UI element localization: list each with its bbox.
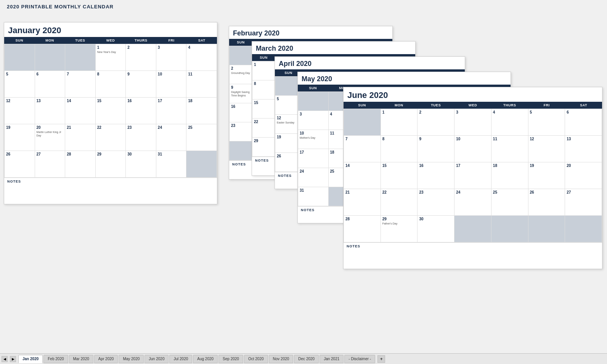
may-title: May 2020: [298, 72, 511, 85]
cal-day: 8: [96, 71, 126, 98]
tab-aug2020[interactable]: Aug 2020: [193, 355, 218, 363]
calendar-june: June 2020 SUN MON TUES WED THURS FRI SAT…: [343, 87, 602, 269]
tab-jan2020[interactable]: Jan 2020: [18, 355, 43, 363]
cal-day: 14: [65, 98, 96, 124]
tab-jun2020[interactable]: Jun 2020: [145, 355, 169, 363]
header-mon: MON: [35, 37, 65, 44]
cal-day: 18: [186, 98, 217, 124]
cal-day: 29: [96, 151, 126, 178]
page-title: 2020 PRINTABLE MONTHLY CALENDAR: [0, 0, 607, 11]
cal-day: 16: [126, 98, 156, 124]
cal-day: 23: [126, 124, 156, 151]
january-header: SUN MON TUES WED THURS FRI SAT: [4, 37, 217, 44]
header-fri: FRI: [156, 37, 187, 44]
cal-day: 10: [156, 71, 187, 98]
main-container: 2020 PRINTABLE MONTHLY CALENDAR January …: [0, 0, 607, 364]
tab-dec2020[interactable]: Dec 2020: [294, 355, 319, 363]
april-title: April 2020: [275, 57, 465, 69]
cal-day: 3: [156, 44, 187, 71]
tab-disclaimer[interactable]: - Disclaimer -: [344, 355, 375, 363]
january-notes: NOTES: [4, 178, 217, 185]
cal-day: [186, 151, 217, 178]
cal-day: 19: [5, 124, 35, 151]
cal-day: 2: [126, 44, 156, 71]
cal-day: 26: [5, 151, 35, 178]
calendar-january: January 2020 SUN MON TUES WED THURS FRI …: [4, 22, 217, 204]
cal-day: 30: [126, 151, 156, 178]
january-grid: 1New Year's Day 2 3 4 5 6 7 8 9 10 11 12…: [4, 44, 217, 178]
tab-nov2020[interactable]: Nov 2020: [269, 355, 294, 363]
march-title: March 2020: [252, 42, 415, 54]
cal-day: 27: [35, 151, 66, 178]
cal-day: 6: [35, 71, 66, 98]
cal-day: 1New Year's Day: [96, 44, 126, 71]
tab-sep2020[interactable]: Sep 2020: [218, 355, 243, 363]
june-notes: NOTES: [344, 242, 602, 250]
june-grid: 1 2 3 4 5 6 7 8 9 10 11 12 13 14 15 16 1…: [344, 109, 602, 242]
cal-day: 22: [96, 124, 126, 151]
cal-day: 13: [35, 98, 66, 124]
cal-day: 5: [5, 71, 35, 98]
tab-mar2020[interactable]: Mar 2020: [69, 355, 93, 363]
cal-day: 31: [156, 151, 187, 178]
header-thu: THURS: [126, 37, 156, 44]
header-tue: TUES: [65, 37, 95, 44]
header-wed: WED: [95, 37, 126, 44]
tab-may2020[interactable]: May 2020: [119, 355, 144, 363]
cal-day: 7: [65, 71, 96, 98]
cal-day: 20Martin Luther King Jr Day: [35, 124, 66, 151]
tab-jul2020[interactable]: Jul 2020: [169, 355, 192, 363]
tab-add-button[interactable]: +: [377, 355, 385, 363]
cal-day: 15: [96, 98, 126, 124]
june-header: SUN MON TUES WED THURS FRI SAT: [344, 102, 602, 109]
tab-next-button[interactable]: ▶: [10, 356, 16, 362]
tab-oct2020[interactable]: Oct 2020: [244, 355, 268, 363]
january-title: January 2020: [4, 22, 217, 37]
tab-bar: ◀ ▶ Jan 2020 Feb 2020 Mar 2020 Apr 2020 …: [0, 353, 607, 364]
cal-day: 24: [156, 124, 187, 151]
tab-jan2021[interactable]: Jan 2021: [320, 355, 344, 363]
cal-day: 11: [186, 71, 217, 98]
june-title: June 2020: [344, 87, 602, 102]
header-sun: SUN: [4, 37, 35, 44]
tab-feb2020[interactable]: Feb 2020: [43, 355, 68, 363]
cal-day: [65, 44, 96, 71]
cal-day: 4: [186, 44, 217, 71]
cal-day: 12: [5, 98, 35, 124]
tab-apr2020[interactable]: Apr 2020: [94, 355, 118, 363]
cal-day: 21: [65, 124, 96, 151]
cal-day: [5, 44, 35, 71]
february-title: February 2020: [229, 26, 392, 39]
cal-day: 17: [156, 98, 187, 124]
cal-day: [35, 44, 66, 71]
header-sat: SAT: [186, 37, 217, 44]
cal-day: 25: [186, 124, 217, 151]
tab-prev-button[interactable]: ◀: [2, 356, 8, 362]
cal-day: 28: [65, 151, 96, 178]
cal-day: 9: [126, 71, 156, 98]
